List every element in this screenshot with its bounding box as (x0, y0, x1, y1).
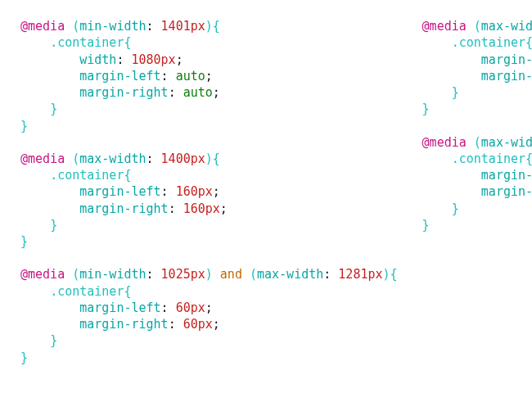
media-block-3: @media (min-width: 1025px) and (max-widt… (20, 266, 398, 366)
left-column: @media (min-width: 1401px){ .container{ … (20, 18, 398, 366)
at-media: @media (20, 19, 65, 34)
selector: .container (50, 35, 124, 50)
media-block-2: @media (max-width: 1400px){ .container{ … (20, 151, 398, 251)
right-column: @media (max-width: 1024px){ .container{ … (422, 18, 532, 366)
code-viewport: @media (min-width: 1401px){ .container{ … (0, 0, 532, 384)
and-keyword: and (220, 267, 242, 282)
media-block-4: @media (max-width: 1024px){ .container{ … (422, 18, 532, 118)
media-block-5: @media (max-width: 500px){ .container{ m… (422, 134, 532, 234)
media-block-1: @media (min-width: 1401px){ .container{ … (20, 18, 398, 134)
